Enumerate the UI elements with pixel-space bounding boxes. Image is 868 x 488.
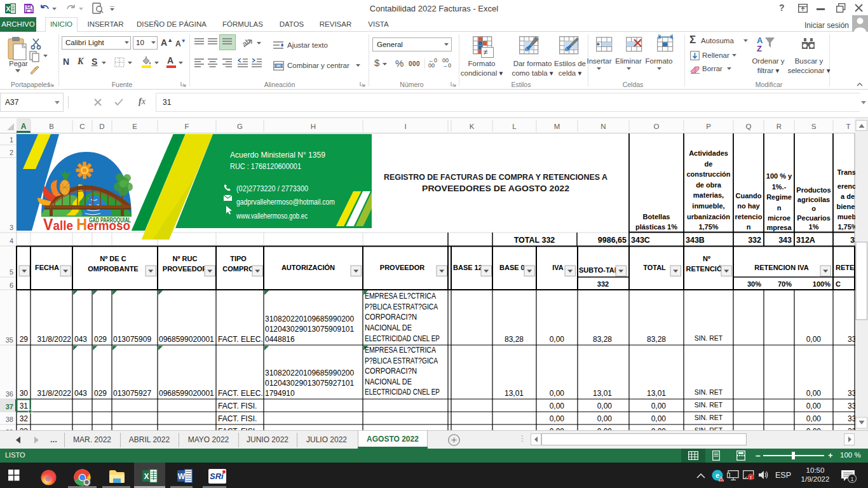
svg-text:Nº RUC: Nº RUC	[173, 255, 198, 262]
svg-text:100 % y: 100 % y	[766, 172, 792, 180]
svg-text:043: 043	[74, 335, 87, 344]
svg-text:A: A	[21, 122, 27, 131]
svg-text:1%: 1%	[809, 223, 819, 231]
svg-text:n: n	[747, 223, 751, 231]
svg-text:P: P	[706, 123, 711, 130]
svg-text:1: 1	[850, 476, 853, 482]
svg-text:6: 6	[10, 281, 13, 289]
svg-text:100%: 100%	[813, 280, 831, 288]
svg-text:X: X	[144, 472, 149, 481]
svg-text:35: 35	[6, 336, 13, 344]
svg-text:IVA: IVA	[552, 264, 564, 271]
svg-text:REGISTRO DE FACTURAS DE COMPRA: REGISTRO DE FACTURAS DE COMPRA Y RETENCI…	[384, 172, 608, 182]
svg-text:0,00: 0,00	[806, 402, 822, 410]
svg-text:AUTORIZACIÓN: AUTORIZACIÓN	[281, 264, 335, 271]
svg-text:029: 029	[94, 335, 107, 344]
svg-text:O: O	[654, 123, 660, 130]
svg-text:de: de	[705, 160, 713, 168]
svg-text:inmueble,: inmueble,	[692, 202, 724, 210]
svg-text:312A: 312A	[796, 236, 815, 245]
svg-text:Regime: Regime	[766, 193, 792, 201]
svg-text:FECHA: FECHA	[35, 264, 59, 271]
svg-text:Transf: Transf	[837, 168, 858, 176]
svg-text:Q: Q	[746, 123, 752, 130]
svg-text:ELECTRICIDAD CNEL EP: ELECTRICIDAD CNEL EP	[365, 334, 440, 343]
svg-text:0,00: 0,00	[806, 335, 822, 344]
svg-text:38: 38	[6, 416, 13, 423]
svg-text:0,00: 0,00	[550, 335, 565, 344]
svg-text:0,00: 0,00	[806, 389, 822, 398]
svg-text:4: 4	[10, 237, 13, 245]
svg-text:P?BLICA ESTRAT?GICA: P?BLICA ESTRAT?GICA	[365, 302, 438, 311]
svg-text:F: F	[184, 123, 189, 130]
svg-text:urbanización: urbanización	[687, 213, 730, 220]
svg-text:TOTAL: TOTAL	[643, 264, 666, 271]
svg-text:NACIONAL DE: NACIONAL DE	[365, 377, 412, 386]
svg-text:PROVEEDOR: PROVEEDOR	[163, 265, 207, 273]
svg-text:Nº DE C: Nº DE C	[100, 255, 126, 262]
svg-text:EMPRESA EL?CTRICA: EMPRESA EL?CTRICA	[365, 292, 436, 301]
svg-text:E: E	[132, 123, 137, 130]
svg-text:M: M	[554, 123, 560, 130]
svg-text:83,28: 83,28	[647, 335, 666, 344]
svg-text:013075909: 013075909	[113, 335, 151, 344]
svg-text:Botellas: Botellas	[643, 213, 670, 220]
svg-text:310820220109685990200: 310820220109685990200	[265, 369, 354, 377]
svg-text:2: 2	[10, 149, 13, 156]
svg-text:FACT. FISI.: FACT. FISI.	[218, 402, 257, 410]
svg-text:RUC : 1768120600001: RUC : 1768120600001	[230, 161, 301, 171]
svg-text:PROVEEDORES DE AGOSTO 2022: PROVEEDORES DE AGOSTO 2022	[422, 184, 569, 193]
svg-text:a de: a de	[841, 193, 855, 200]
svg-text:SIN. RET: SIN. RET	[695, 401, 723, 409]
svg-text:343: 343	[778, 236, 792, 245]
svg-text:materias,: materias,	[693, 191, 724, 199]
svg-text:G: G	[237, 123, 243, 130]
svg-text:PROVEEDOR: PROVEEDOR	[380, 264, 424, 271]
svg-text:012043029013075909101: 012043029013075909101	[265, 325, 354, 334]
svg-text:NACIONAL DE: NACIONAL DE	[365, 323, 412, 332]
svg-text:plásticas 1%: plásticas 1%	[635, 223, 677, 231]
svg-text:83,28: 83,28	[505, 335, 524, 344]
svg-text:C: C	[79, 123, 85, 130]
svg-text:no hay: no hay	[737, 202, 760, 210]
svg-text:0968599020001: 0968599020001	[159, 335, 214, 344]
svg-text:n: n	[777, 204, 782, 212]
svg-text:Valle Hermoso: Valle Hermoso	[43, 215, 130, 234]
svg-text:X: X	[6, 5, 11, 13]
svg-text:0,00: 0,00	[550, 402, 565, 410]
svg-text:C: C	[836, 280, 841, 288]
svg-text:L: L	[512, 123, 517, 130]
svg-text:343B: 343B	[686, 236, 705, 245]
svg-text:0,00: 0,00	[806, 414, 822, 423]
svg-text:30%: 30%	[747, 280, 761, 288]
svg-text:0,00: 0,00	[597, 414, 613, 423]
svg-text:SIN. RET: SIN. RET	[695, 334, 723, 342]
svg-text:1%.-: 1%.-	[772, 183, 787, 191]
svg-text:W: W	[178, 472, 186, 481]
svg-text:!: !	[750, 475, 752, 480]
svg-text:construcción: construcción	[686, 170, 730, 178]
svg-text:Nº: Nº	[703, 255, 710, 262]
svg-text:agricoilas: agricoilas	[797, 196, 830, 203]
svg-text:muebl: muebl	[837, 213, 858, 220]
svg-text:012043029013075927101: 012043029013075927101	[265, 379, 354, 388]
svg-text:CORPORACI?N: CORPORACI?N	[365, 367, 417, 376]
svg-text:SIN. RET: SIN. RET	[695, 414, 723, 421]
svg-text:1794910: 1794910	[265, 389, 295, 398]
svg-text:de obra: de obra	[696, 181, 722, 189]
svg-text:Acuerdo Ministerial N° 1359: Acuerdo Ministerial N° 1359	[230, 150, 325, 159]
svg-text:B: B	[49, 123, 54, 130]
svg-text:microe: microe	[768, 214, 790, 222]
svg-text:343C: 343C	[631, 236, 650, 245]
svg-text:332: 332	[597, 280, 609, 288]
svg-text:1,75%: 1,75%	[837, 223, 857, 231]
svg-text:P?BLICA ESTRAT?GICA: P?BLICA ESTRAT?GICA	[365, 356, 438, 365]
svg-text:ELECTRICIDAD CNEL EP: ELECTRICIDAD CNEL EP	[365, 388, 440, 396]
svg-text:e: e	[715, 471, 719, 479]
svg-text:CORPORACI?N: CORPORACI?N	[365, 313, 417, 322]
svg-text:31/8/2022: 31/8/2022	[37, 389, 72, 398]
svg-text:013075927: 013075927	[113, 389, 151, 398]
svg-text:1,75%: 1,75%	[698, 223, 718, 231]
svg-text:K: K	[470, 123, 475, 130]
svg-text:31: 31	[20, 402, 29, 410]
